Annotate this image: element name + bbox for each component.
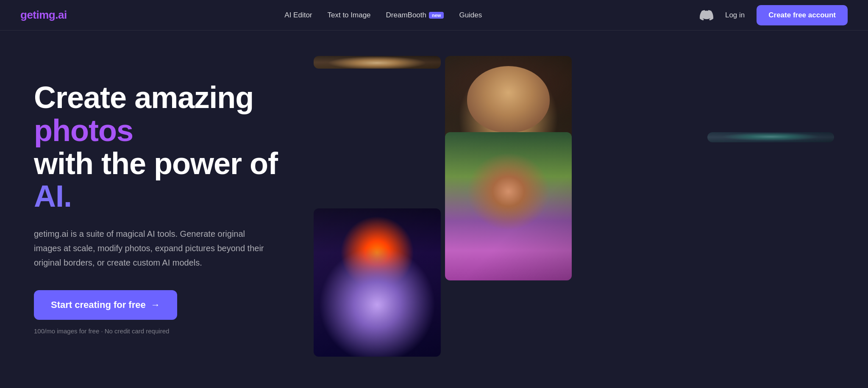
hero-description: getimg.ai is a suite of magical AI tools… xyxy=(34,227,271,270)
dreambooth-badge: new xyxy=(429,12,444,19)
discord-icon[interactable] xyxy=(700,8,713,22)
hero-subtext: 100/mo images for free · No credit card … xyxy=(34,327,288,335)
nav-dreambooth[interactable]: DreamBoothnew xyxy=(386,11,444,19)
navbar: getimg.ai AI Editor Text to Image DreamB… xyxy=(0,0,868,30)
nav-login[interactable]: Log in xyxy=(725,11,745,19)
hero-text: Create amazing photos with the power of … xyxy=(34,56,288,335)
heading-photos: photos xyxy=(34,114,133,147)
create-free-account-button[interactable]: Create free account xyxy=(757,5,848,25)
image-cell-9 xyxy=(314,208,441,357)
logo[interactable]: getimg.ai xyxy=(20,8,67,22)
heading-ai: AI. xyxy=(34,179,72,213)
logo-ai: ai xyxy=(58,8,67,21)
hero-heading: Create amazing photos with the power of … xyxy=(34,81,288,213)
start-creating-button[interactable]: Start creating for free → xyxy=(34,290,177,320)
nav-right: Log in Create free account xyxy=(700,5,848,25)
nav-guides[interactable]: Guides xyxy=(459,11,482,19)
cta-arrow-icon: → xyxy=(151,299,160,310)
nav-links: AI Editor Text to Image DreamBoothnew Gu… xyxy=(284,11,482,19)
image-cell-1 xyxy=(314,56,441,69)
logo-dot: . xyxy=(55,8,58,21)
hero-section: Create amazing photos with the power of … xyxy=(0,30,868,388)
logo-text-main: getimg xyxy=(20,8,55,21)
image-grid xyxy=(314,56,834,357)
image-cell-6 xyxy=(445,132,572,280)
nav-ai-editor[interactable]: AI Editor xyxy=(284,11,312,19)
image-cell-8 xyxy=(707,132,835,142)
nav-text-to-image[interactable]: Text to Image xyxy=(328,11,371,19)
